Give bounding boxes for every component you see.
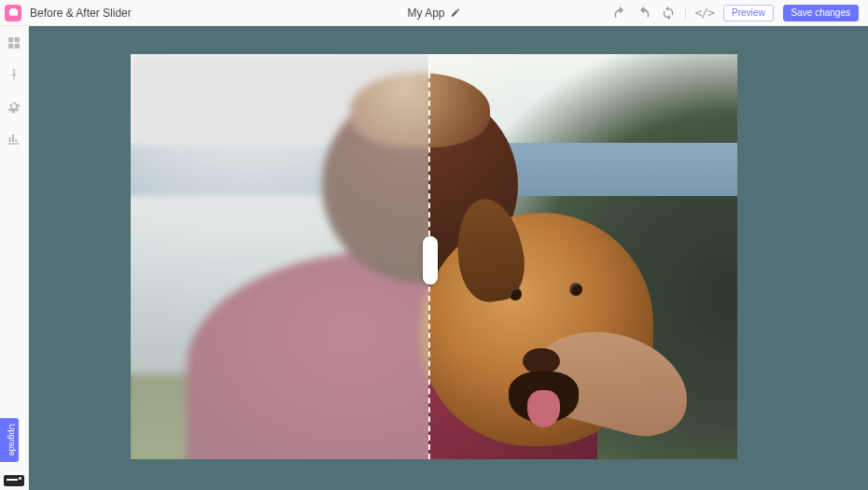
app-title-group[interactable]: My App	[407, 7, 460, 20]
editor-canvas[interactable]	[29, 26, 868, 490]
layout-icon[interactable]	[7, 35, 21, 50]
gear-icon[interactable]	[7, 99, 21, 114]
before-image	[131, 54, 428, 459]
edit-icon	[451, 7, 461, 18]
svg-rect-0	[8, 9, 17, 15]
save-button[interactable]: Save changes	[783, 5, 859, 21]
slider-divider[interactable]	[428, 54, 430, 459]
code-icon[interactable]: </>	[695, 6, 714, 20]
upgrade-button[interactable]: Upgrade	[0, 418, 19, 462]
brand-logo-icon	[5, 5, 21, 21]
top-bar: Before & After Slider My App </> Preview…	[0, 0, 868, 26]
toolbar: </> Preview Save changes	[612, 5, 868, 21]
analytics-icon[interactable]	[7, 131, 21, 146]
pin-icon[interactable]	[7, 67, 21, 82]
svg-rect-1	[10, 8, 16, 10]
sync-icon[interactable]	[661, 6, 676, 21]
app-title: My App	[407, 7, 444, 20]
slider-handle[interactable]	[423, 236, 438, 285]
preview-button[interactable]: Preview	[723, 5, 774, 21]
platform-badge	[4, 475, 24, 486]
undo-icon[interactable]	[612, 6, 627, 21]
redo-icon[interactable]	[637, 6, 651, 21]
brand-logo[interactable]	[0, 0, 26, 26]
before-after-widget[interactable]	[131, 54, 737, 459]
widget-name: Before & After Slider	[26, 7, 141, 20]
toolbar-separator	[685, 7, 686, 20]
